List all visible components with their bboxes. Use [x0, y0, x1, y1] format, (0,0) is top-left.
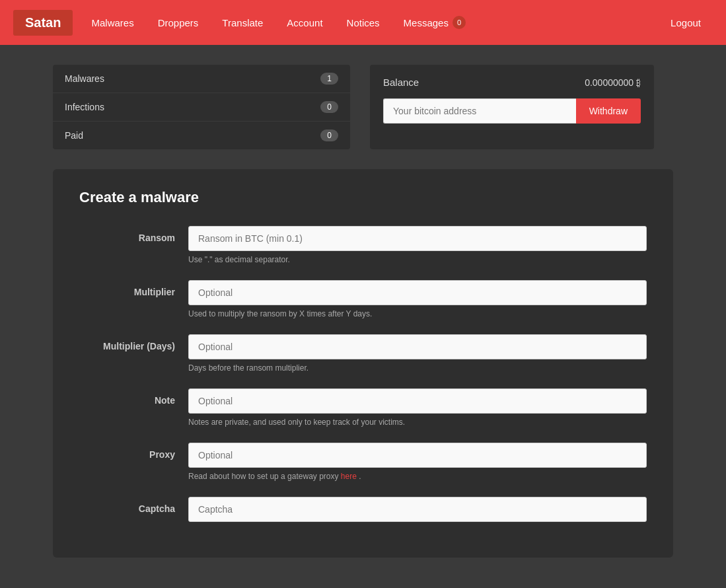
stats-infections-value: 0: [320, 101, 338, 113]
form-group-multiplier: Multiplier Used to multiply the ransom b…: [79, 280, 647, 318]
withdraw-button[interactable]: Withdraw: [576, 98, 641, 124]
stats-card: Malwares 1 Infections 0 Paid 0: [53, 65, 350, 149]
logout-button[interactable]: Logout: [659, 11, 713, 35]
form-group-proxy: Proxy Read about how to set up a gateway…: [79, 443, 647, 481]
create-malware-form: Create a malware Ransom Use "." as decim…: [53, 169, 673, 558]
ransom-right: Use "." as decimal separator.: [188, 226, 647, 264]
multiplier-days-right: Days before the ransom multiplier.: [188, 334, 647, 373]
form-group-captcha: Captcha: [79, 497, 647, 522]
multiplier-input[interactable]: [188, 280, 647, 305]
stats-infections-label: Infections: [65, 102, 104, 112]
multiplier-days-label: Multiplier (Days): [79, 334, 188, 351]
captcha-input[interactable]: [188, 497, 647, 522]
navbar-brand[interactable]: Satan: [13, 10, 73, 36]
btc-address-input[interactable]: [383, 98, 576, 124]
form-group-note: Note Notes are private, and used only to…: [79, 388, 647, 427]
stats-paid: Paid 0: [53, 122, 350, 149]
note-right: Notes are private, and used only to keep…: [188, 388, 647, 427]
stats-paid-value: 0: [320, 129, 338, 141]
note-label: Note: [79, 388, 188, 406]
proxy-hint-text: Read about how to set up a gateway proxy: [188, 472, 341, 481]
proxy-hint-suffix: .: [359, 472, 361, 481]
nav-messages[interactable]: Messages 0: [392, 9, 478, 36]
balance-card: Balance 0.00000000 ₿ Withdraw: [370, 65, 654, 149]
navbar-links: Malwares Droppers Translate Account Noti…: [79, 9, 659, 36]
nav-malwares[interactable]: Malwares: [79, 11, 145, 35]
multiplier-days-input[interactable]: [188, 334, 647, 359]
main-content: Malwares 1 Infections 0 Paid 0 Balance 0…: [0, 45, 726, 571]
balance-header: Balance 0.00000000 ₿: [383, 77, 641, 88]
multiplier-label: Multiplier: [79, 280, 188, 297]
proxy-input[interactable]: [188, 443, 647, 468]
ransom-hint: Use "." as decimal separator.: [188, 255, 647, 264]
ransom-label: Ransom: [79, 226, 188, 243]
stats-malwares: Malwares 1: [53, 65, 350, 93]
form-group-multiplier-days: Multiplier (Days) Days before the ransom…: [79, 334, 647, 373]
nav-account[interactable]: Account: [275, 11, 334, 35]
nav-notices[interactable]: Notices: [335, 11, 392, 35]
nav-translate[interactable]: Translate: [210, 11, 275, 35]
ransom-input[interactable]: [188, 226, 647, 251]
withdraw-row: Withdraw: [383, 98, 641, 124]
stats-row: Malwares 1 Infections 0 Paid 0 Balance 0…: [53, 65, 673, 149]
messages-label: Messages: [404, 17, 449, 28]
multiplier-right: Used to multiply the ransom by X times a…: [188, 280, 647, 318]
note-input[interactable]: [188, 388, 647, 414]
stats-infections: Infections 0: [53, 93, 350, 122]
proxy-hint: Read about how to set up a gateway proxy…: [188, 472, 647, 481]
stats-malwares-value: 1: [320, 73, 338, 85]
stats-paid-label: Paid: [65, 130, 83, 141]
captcha-label: Captcha: [79, 497, 188, 514]
navbar: Satan Malwares Droppers Translate Accoun…: [0, 0, 726, 45]
captcha-right: [188, 497, 647, 522]
balance-label: Balance: [383, 77, 419, 88]
multiplier-days-hint: Days before the ransom multiplier.: [188, 363, 647, 373]
balance-value: 0.00000000 ₿: [585, 77, 641, 88]
multiplier-hint: Used to multiply the ransom by X times a…: [188, 309, 647, 318]
messages-badge-count: 0: [453, 16, 466, 29]
note-hint: Notes are private, and used only to keep…: [188, 418, 647, 427]
proxy-label: Proxy: [79, 443, 188, 460]
proxy-hint-link[interactable]: here: [341, 472, 357, 481]
nav-droppers[interactable]: Droppers: [146, 11, 211, 35]
proxy-right: Read about how to set up a gateway proxy…: [188, 443, 647, 481]
form-title: Create a malware: [79, 189, 647, 206]
form-group-ransom: Ransom Use "." as decimal separator.: [79, 226, 647, 264]
stats-malwares-label: Malwares: [65, 73, 104, 84]
